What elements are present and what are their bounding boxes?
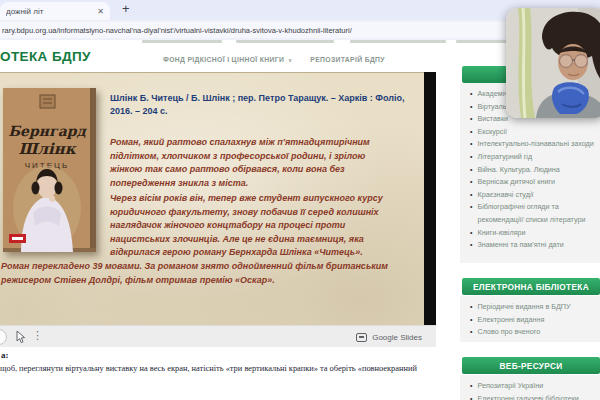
slide-paragraph-1: Роман, який раптово спалахнув між п'ятна… <box>110 136 388 190</box>
list-item[interactable]: •Екскурсії <box>470 126 596 139</box>
bullet-icon: • <box>470 227 472 240</box>
chevron-down-icon: ∨ <box>288 57 292 63</box>
bullet-icon: • <box>470 314 472 327</box>
slide-paragraph-3: Роман перекладено 39 мовами. За романом … <box>1 260 399 287</box>
webcam-video <box>506 8 600 118</box>
list-item-label: Електронні галузеві бібліотеки <box>477 393 578 400</box>
note-prefix: а: <box>1 350 9 360</box>
slide-black-edge <box>424 72 436 325</box>
list-item[interactable]: •Вернісаж дитячої книги <box>470 176 596 189</box>
list-item[interactable]: •Електронні видання <box>470 314 596 327</box>
slide-nav-button[interactable] <box>0 329 7 345</box>
screen: дожній літ ✕ + rary.bdpu.org.ua/informat… <box>0 0 600 400</box>
sidebar-list-2: •Періодичні видання в БДПУ •Електронні в… <box>460 296 600 342</box>
book-cover: Бернгард Шлінк ЧИТЕЦЬ <box>3 88 96 252</box>
url-bar[interactable]: rary.bdpu.org.ua/informatsiyno-navchal'n… <box>0 22 554 38</box>
sidebar-list-3: •Репозитарії України •Електронні галузев… <box>460 375 600 400</box>
google-slides-badge[interactable]: Google Slides <box>356 326 422 348</box>
list-item[interactable]: •Літературний гід <box>470 151 596 164</box>
sidebar-header-elibrary: ЕЛЕКТРОННА БІБЛІОТЕКА <box>462 278 600 295</box>
kebab-menu-icon[interactable]: ⋮ <box>32 329 43 342</box>
list-item-label: Книги-ювіляри <box>477 227 525 240</box>
fullscreen-note: щоб, переглянути віртуальну виставку на … <box>0 364 470 373</box>
bullet-icon: • <box>470 151 472 164</box>
slides-toolbar: ⋮ Google Slides <box>0 325 436 347</box>
list-item-label: Бібліографічні огляди та рекомендації/ с… <box>477 201 596 226</box>
list-item-label: Екскурсії <box>477 126 507 139</box>
google-slides-label: Google Slides <box>372 333 422 342</box>
browser-tab[interactable]: дожній літ ✕ <box>0 2 110 20</box>
list-item-label: Виставки <box>477 113 508 126</box>
bullet-icon: • <box>470 380 472 393</box>
bullet-icon: • <box>470 138 472 151</box>
bullet-icon: • <box>470 101 472 114</box>
list-item[interactable]: •Електронні галузеві бібліотеки <box>470 393 596 400</box>
url-text: rary.bdpu.org.ua/informatsiyno-navchal'n… <box>2 26 352 35</box>
list-item-label: Знаменні та пам'ятні дати <box>477 239 563 252</box>
webcam-overlay[interactable] <box>506 8 600 118</box>
list-item[interactable]: •Інтелектуально-пізнавальні заходи <box>470 138 596 151</box>
list-item-label: Періодичні видання в БДПУ <box>477 301 570 314</box>
list-item-label: Вернісаж дитячої книги <box>477 176 555 189</box>
bullet-icon: • <box>470 176 472 189</box>
menu-item-repository[interactable]: РЕПОЗИТАРІЙ БДПУ <box>310 56 385 63</box>
bullet-icon: • <box>470 113 472 126</box>
list-item[interactable]: •Знаменні та пам'ятні дати <box>470 239 596 252</box>
bullet-icon: • <box>470 239 472 252</box>
site-menu: ФОНД РІДКІСНОЇ І ЦІННОЇ КНИГИ ∨ РЕПОЗИТА… <box>163 56 385 63</box>
list-item-label: Інтелектуально-пізнавальні заходи <box>477 138 593 151</box>
list-item-label: Електронні видання <box>477 314 544 327</box>
slides-icon <box>356 333 367 342</box>
sidebar-header-webresources: ВЕБ-РЕСУРСИ <box>462 357 600 374</box>
bullet-icon: • <box>470 393 472 400</box>
bullet-icon: • <box>470 164 472 177</box>
site-logo[interactable]: ОТЕКА БДПУ <box>0 49 91 64</box>
list-item[interactable]: •Війна. Культура. Людина <box>470 164 596 177</box>
list-item-label: Війна. Культура. Людина <box>477 164 559 177</box>
list-item[interactable]: •Краєзнавчі студії <box>470 189 596 202</box>
list-item-label: Слово про вченого <box>477 326 540 339</box>
list-item-label: Репозитарії України <box>477 380 543 393</box>
list-item-label: Краєзнавчі студії <box>477 189 533 202</box>
bullet-icon: • <box>470 88 472 101</box>
pointer-icon[interactable] <box>14 330 26 348</box>
list-item[interactable]: •Слово про вченого <box>470 326 596 339</box>
bullet-icon: • <box>470 301 472 314</box>
list-item[interactable]: •Репозитарії України <box>470 380 596 393</box>
list-item[interactable]: •Книги-ювіляри <box>470 227 596 240</box>
list-item[interactable]: •Бібліографічні огляди та рекомендації/ … <box>470 201 596 226</box>
svg-text:Бернгард: Бернгард <box>8 123 87 139</box>
tab-close-icon[interactable]: ✕ <box>97 7 104 16</box>
list-item-label: Літературний гід <box>477 151 532 164</box>
slide-citation: Шлінк Б. Читець / Б. Шлінк ; пер. Петро … <box>110 92 405 117</box>
list-item[interactable]: •Періодичні видання в БДПУ <box>470 301 596 314</box>
bullet-icon: • <box>470 189 472 202</box>
bullet-icon: • <box>470 326 472 339</box>
book-cover-image: Бернгард Шлінк ЧИТЕЦЬ <box>3 88 96 252</box>
new-tab-button[interactable]: + <box>122 1 130 16</box>
bullet-icon: • <box>470 126 472 139</box>
menu-item-rare-books[interactable]: ФОНД РІДКІСНОЇ І ЦІННОЇ КНИГИ <box>163 56 284 63</box>
bullet-icon: • <box>470 201 472 226</box>
tab-title: дожній літ <box>6 7 93 16</box>
slide-paragraph-2: Через вісім років він, тепер вже студент… <box>110 192 390 260</box>
svg-text:Шлінк: Шлінк <box>18 140 76 158</box>
